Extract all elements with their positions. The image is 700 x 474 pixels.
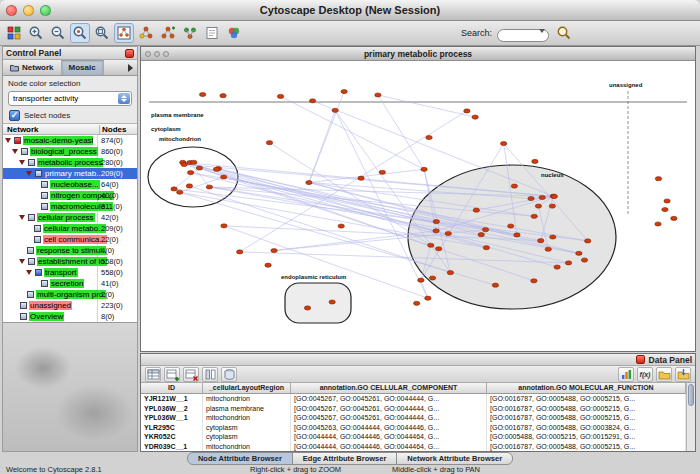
network-node[interactable]	[213, 167, 219, 171]
tree-row-response-to-stimul-[interactable]: response to stimul...4(0)	[3, 245, 137, 256]
network-node[interactable]	[187, 171, 193, 175]
expander-icon[interactable]	[19, 160, 25, 165]
network-node[interactable]	[236, 250, 242, 254]
tree-column-nodes[interactable]: Nodes	[99, 125, 126, 134]
network-node[interactable]	[662, 207, 668, 211]
tree-row-biological-process[interactable]: biological_process860(0)	[3, 146, 137, 157]
tree-row-secretion[interactable]: secretion41(0)	[3, 278, 137, 289]
enhanced-search-icon[interactable]	[554, 23, 574, 43]
network-node[interactable]	[358, 176, 364, 180]
zoom-in-icon[interactable]	[26, 23, 46, 43]
tree-row-cellular-metabo-[interactable]: cellular metabo...209(0)	[3, 223, 137, 234]
table-scrollbar[interactable]	[686, 383, 695, 451]
tree-row-transport[interactable]: transport558(0)	[3, 267, 137, 278]
expander-icon[interactable]	[26, 270, 32, 275]
network-node[interactable]	[206, 185, 212, 189]
network-node[interactable]	[550, 235, 556, 239]
annotation-icon[interactable]	[202, 23, 222, 43]
network-node[interactable]	[277, 94, 283, 98]
network-node[interactable]	[341, 89, 347, 93]
network-node[interactable]	[186, 184, 192, 188]
network-node[interactable]	[473, 208, 479, 212]
tab-scroll-right-icon[interactable]	[128, 64, 133, 72]
network-node[interactable]	[426, 135, 432, 139]
network-canvas[interactable]: plasma membranecytoplasmmitochondrionnuc…	[141, 61, 695, 351]
zoom-out-icon[interactable]	[48, 23, 68, 43]
network-window-titlebar[interactable]: primary metabolic process	[141, 47, 695, 61]
network-node[interactable]	[196, 166, 202, 170]
tree-row-primary-metab-[interactable]: primary metab...209(0)	[3, 168, 137, 179]
tree-row-metabolic-process[interactable]: metabolic process280(0)	[3, 157, 137, 168]
network-node[interactable]	[671, 216, 677, 220]
network-node[interactable]	[221, 175, 227, 179]
network-node[interactable]	[428, 243, 434, 247]
network-node[interactable]	[221, 224, 227, 228]
import-folder-icon[interactable]	[675, 367, 691, 382]
search-dropdown-icon[interactable]	[539, 29, 545, 33]
expander-icon[interactable]	[26, 171, 32, 176]
expand-network-icon[interactable]	[158, 23, 178, 43]
column-header[interactable]: _cellularLayoutRegion	[203, 383, 291, 394]
network-node[interactable]	[528, 196, 534, 200]
frame-minimize-icon[interactable]	[154, 51, 160, 57]
frame-close-icon[interactable]	[145, 51, 151, 57]
table-scrollbar-thumb[interactable]	[688, 384, 694, 406]
tree-row-nitrogen-compo-[interactable]: nitrogen compo...40(0)	[3, 190, 137, 201]
network-node[interactable]	[418, 278, 424, 282]
column-header[interactable]: ID	[141, 383, 203, 394]
tree-row-macromolecule-[interactable]: macromolecule...311(0)	[3, 201, 137, 212]
vizmapper-icon[interactable]	[224, 23, 244, 43]
tree-row-overview[interactable]: Overview8(0)	[3, 311, 137, 322]
network-node[interactable]	[379, 170, 385, 174]
node-color-dropdown[interactable]: transporter activity	[8, 91, 132, 106]
overview-icon[interactable]	[114, 23, 134, 43]
network-node[interactable]	[199, 92, 205, 96]
network-node[interactable]	[329, 300, 335, 304]
column-header[interactable]: annotation.GO MOLECULAR_FUNCTION	[487, 383, 686, 394]
network-node[interactable]	[531, 214, 537, 218]
merge-network-icon[interactable]	[180, 23, 200, 43]
network-node[interactable]	[181, 162, 187, 166]
network-node[interactable]	[177, 190, 183, 194]
network-node[interactable]	[554, 265, 560, 269]
tree-row-multi-organism-pro-[interactable]: multi-organism pro...2(0)	[3, 289, 137, 300]
network-node[interactable]	[220, 94, 226, 98]
new-attribute-icon[interactable]	[164, 367, 180, 382]
network-node[interactable]	[664, 199, 670, 203]
network-node[interactable]	[271, 249, 277, 253]
function-icon[interactable]: f(x)	[637, 367, 653, 382]
network-node[interactable]	[549, 204, 555, 208]
open-folder-icon[interactable]	[656, 367, 672, 382]
network-node[interactable]	[492, 283, 498, 287]
network-node[interactable]	[332, 108, 338, 112]
network-node[interactable]	[535, 204, 541, 208]
network-node[interactable]	[585, 239, 591, 243]
network-node[interactable]	[171, 187, 177, 191]
network-node[interactable]	[338, 224, 344, 228]
tab-network[interactable]: Network	[3, 60, 62, 75]
network-node[interactable]	[425, 296, 431, 300]
expander-icon[interactable]	[5, 138, 11, 143]
network-node[interactable]	[508, 224, 514, 228]
network-node[interactable]	[511, 184, 517, 188]
network-node[interactable]	[304, 306, 310, 310]
network-node[interactable]	[429, 276, 435, 280]
network-node[interactable]	[500, 141, 506, 145]
expander-icon[interactable]	[19, 215, 25, 220]
tree-column-network[interactable]: Network	[7, 125, 39, 134]
network-node[interactable]	[265, 263, 271, 267]
tab-edge-attribute-browser[interactable]: Edge Attribute Browser	[292, 452, 397, 465]
network-node[interactable]	[266, 141, 272, 145]
tab-mosaic[interactable]: Mosaic	[62, 60, 104, 75]
birdseye-view[interactable]	[3, 322, 137, 451]
network-node[interactable]	[655, 222, 661, 226]
network-node[interactable]	[421, 167, 427, 171]
network-node[interactable]	[531, 279, 537, 283]
frame-maximize-icon[interactable]	[163, 51, 169, 57]
tree-row-cellular-process[interactable]: cellular process42(0)	[3, 212, 137, 223]
zoom-fit-icon[interactable]	[92, 23, 112, 43]
network-node[interactable]	[447, 271, 453, 275]
network-node[interactable]	[309, 99, 315, 103]
tree-row-nucleobase-[interactable]: nucleobase...64(0)	[3, 179, 137, 190]
columns-icon[interactable]	[202, 367, 218, 382]
